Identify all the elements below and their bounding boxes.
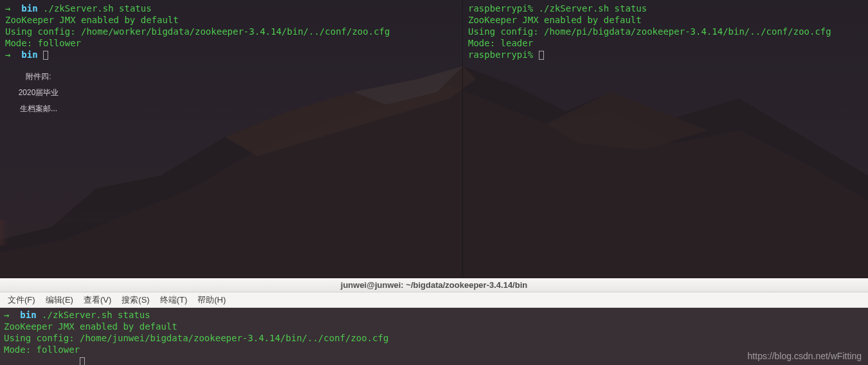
menubar: 文件(F) 编辑(E) 查看(V) 搜索(S) 终端(T) 帮助(H) — [0, 292, 868, 308]
terminal-pane-right[interactable]: raspberrypi% ./zkServer.sh status ZooKee… — [463, 0, 868, 278]
command-text: ./zkServer.sh status — [539, 3, 647, 13]
output-line: ZooKeeper JMX enabled by default — [4, 321, 177, 332]
output-line: Using config: /home/worker/bigdata/zooke… — [5, 26, 390, 37]
desktop-file-label[interactable]: 附件四: — [13, 71, 64, 82]
menu-terminal[interactable]: 终端(T) — [155, 292, 193, 308]
output-line: Mode: follower — [5, 38, 81, 48]
window-titlebar[interactable]: junwei@junwei: ~/bigdata/zookeeper-3.4.1… — [0, 278, 868, 292]
prompt-arrow: → — [5, 3, 10, 13]
output-line: Using config: /home/pi/bigdata/zookeeper… — [468, 26, 831, 37]
menu-search[interactable]: 搜索(S) — [116, 292, 154, 308]
cursor — [80, 357, 85, 365]
cwd-label: bin — [21, 3, 37, 13]
output-line: ZooKeeper JMX enabled by default — [468, 15, 642, 25]
tmux-split-panes: → bin ./zkServer.sh status ZooKeeper JMX… — [0, 0, 868, 278]
output-line: Mode: leader — [468, 38, 533, 48]
gnome-terminal-window: junwei@junwei: ~/bigdata/zookeeper-3.4.1… — [0, 278, 868, 365]
prompt-text: raspberrypi% — [468, 3, 533, 13]
cursor — [43, 51, 48, 60]
cwd-label: bin — [21, 49, 37, 60]
terminal-pane-bottom[interactable]: → bin ./zkServer.sh status ZooKeeper JMX… — [0, 308, 868, 365]
cwd-label: bin — [20, 310, 36, 320]
cursor — [539, 51, 544, 60]
prompt-arrow: → — [5, 49, 10, 60]
desktop-file-label[interactable]: 生档案邮... — [13, 103, 64, 114]
output-line: Using config: /home/junwei/bigdata/zooke… — [4, 333, 388, 343]
prompt-arrow: → — [4, 310, 9, 320]
desktop-file-label[interactable]: 2020届毕业 — [13, 87, 64, 98]
prompt-text: raspberrypi% — [468, 49, 533, 60]
menu-help[interactable]: 帮助(H) — [192, 292, 231, 308]
terminal-pane-left[interactable]: → bin ./zkServer.sh status ZooKeeper JMX… — [0, 0, 463, 278]
command-text: ./zkServer.sh status — [43, 3, 152, 13]
output-line: ZooKeeper JMX enabled by default — [5, 15, 179, 25]
command-text: ./zkServer.sh status — [42, 310, 150, 320]
output-line: Mode: follower — [4, 344, 80, 355]
menu-edit[interactable]: 编辑(E) — [41, 292, 78, 308]
menu-view[interactable]: 查看(V) — [78, 292, 116, 308]
menu-file[interactable]: 文件(F) — [3, 292, 41, 308]
